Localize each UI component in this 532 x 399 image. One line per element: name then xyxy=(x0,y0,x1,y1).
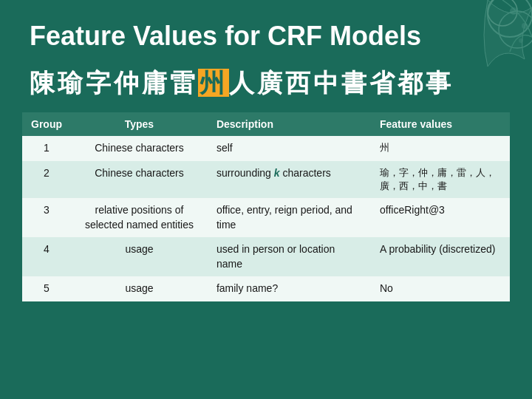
header-feature-values: Feature values xyxy=(371,112,510,136)
row1-types: Chinese characters xyxy=(71,136,208,161)
row3-types: relative positions of selected named ent… xyxy=(71,198,208,237)
feature-table-container: Group Types Description Feature values 1… xyxy=(22,112,510,301)
row4-feature: A probability (discretized) xyxy=(371,237,510,276)
row1-feature: 州 xyxy=(371,136,510,161)
feature-table: Group Types Description Feature values 1… xyxy=(22,112,510,301)
svg-point-3 xyxy=(510,7,517,15)
table-row: 5 usage family name? No xyxy=(22,276,510,301)
table-row: 2 Chinese characters surrounding k chara… xyxy=(22,161,510,198)
floral-decoration xyxy=(443,0,532,89)
row1-description: self xyxy=(208,136,371,161)
header-group: Group xyxy=(22,112,71,136)
row3-feature: officeRight@3 xyxy=(371,198,510,237)
row5-feature: No xyxy=(371,276,510,301)
row2-types: Chinese characters xyxy=(71,161,208,198)
table-row: 4 usage used in person or location name … xyxy=(22,237,510,276)
svg-point-5 xyxy=(519,38,523,43)
chinese-after-highlight: 人廣西中書省都事 xyxy=(229,69,454,97)
row4-description: used in person or location name xyxy=(208,237,371,276)
svg-point-4 xyxy=(522,23,528,29)
chinese-before-highlight: 陳瑜字仲庸雷 xyxy=(30,69,198,97)
row5-types: usage xyxy=(71,276,208,301)
row2-description: surrounding k characters xyxy=(208,161,371,198)
row2-feature: 瑜，字，仲，庸，雷，人，廣，西，中，書 xyxy=(371,161,510,198)
row3-description: office, entry, reign period, and time xyxy=(208,198,371,237)
header-types: Types xyxy=(71,112,208,136)
table-header-row: Group Types Description Feature values xyxy=(22,112,510,136)
row5-description: family name? xyxy=(208,276,371,301)
table-row: 3 relative positions of selected named e… xyxy=(22,198,510,237)
header-description: Description xyxy=(208,112,371,136)
row2-group: 2 xyxy=(22,161,71,198)
row1-group: 1 xyxy=(22,136,71,161)
chinese-highlight-char: 州 xyxy=(198,69,229,97)
row5-group: 5 xyxy=(22,276,71,301)
row3-group: 3 xyxy=(22,198,71,237)
row4-types: usage xyxy=(71,237,208,276)
table-row: 1 Chinese characters self 州 xyxy=(22,136,510,161)
row4-group: 4 xyxy=(22,237,71,276)
italic-k: k xyxy=(274,167,280,179)
